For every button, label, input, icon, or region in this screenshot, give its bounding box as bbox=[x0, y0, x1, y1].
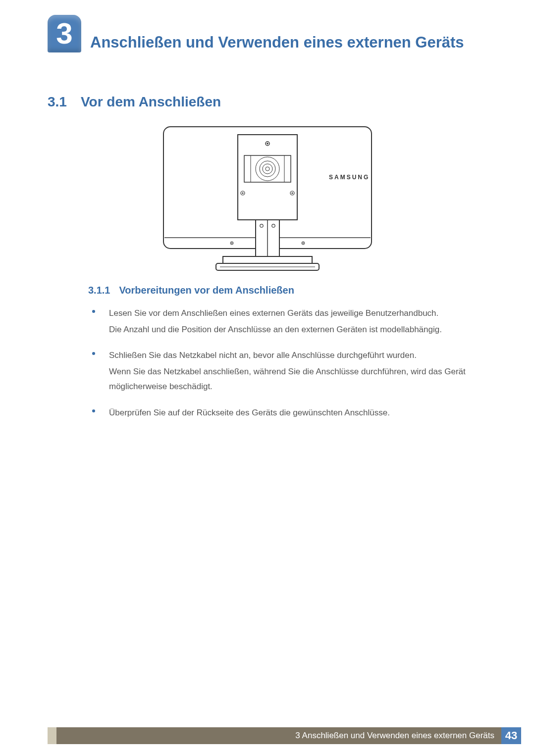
svg-rect-2 bbox=[238, 135, 297, 220]
footer-caption: 3 Anschließen und Verwenden eines extern… bbox=[295, 731, 494, 741]
svg-rect-5 bbox=[244, 155, 291, 182]
section-title: Vor dem Anschließen bbox=[81, 94, 221, 110]
bullet-text: Überprüfen Sie auf der Rückseite des Ger… bbox=[109, 405, 390, 422]
bullet-text: Lesen Sie vor dem Anschließen eines exte… bbox=[109, 306, 442, 338]
bullet-text: Schließen Sie das Netzkabel nicht an, be… bbox=[109, 348, 487, 396]
page-footer: 3 Anschließen und Verwenden eines extern… bbox=[48, 727, 521, 744]
svg-point-15 bbox=[291, 192, 293, 194]
list-item: Überprüfen Sie auf der Rückseite des Ger… bbox=[92, 405, 487, 422]
chapter-header: 3 Anschließen und Verwenden eines extern… bbox=[48, 15, 487, 56]
subsection-head: 3.1.1 Vorbereitungen vor dem Anschließen bbox=[88, 285, 294, 296]
subsection-number: 3.1.1 bbox=[88, 285, 110, 296]
svg-point-10 bbox=[263, 164, 272, 174]
page-number: 43 bbox=[501, 727, 521, 744]
svg-rect-26 bbox=[223, 256, 312, 263]
svg-point-11 bbox=[266, 167, 269, 171]
chapter-badge: 3 bbox=[48, 15, 81, 52]
bullet-icon bbox=[92, 409, 95, 412]
svg-point-9 bbox=[260, 161, 275, 177]
section-number: 3.1 bbox=[48, 94, 67, 110]
list-item: Schließen Sie das Netzkabel nicht an, be… bbox=[92, 348, 487, 396]
chapter-title: Anschließen und Verwenden eines externen… bbox=[90, 33, 464, 52]
bullet-list: Lesen Sie vor dem Anschließen eines exte… bbox=[92, 306, 487, 432]
monitor-diagram: SAMSUNG bbox=[0, 125, 535, 277]
svg-point-4 bbox=[267, 143, 268, 145]
subsection-title: Vorbereitungen vor dem Anschließen bbox=[119, 285, 294, 296]
footer-bar-light bbox=[48, 727, 56, 744]
bullet-icon bbox=[92, 310, 95, 313]
section-head: 3.1 Vor dem Anschließen bbox=[48, 94, 221, 110]
footer-bar-dark: 3 Anschließen und Verwenden eines extern… bbox=[56, 727, 501, 744]
brand-text: SAMSUNG bbox=[329, 174, 370, 181]
svg-point-8 bbox=[256, 157, 279, 181]
svg-point-13 bbox=[242, 192, 243, 194]
chapter-number: 3 bbox=[56, 19, 72, 49]
bullet-icon bbox=[92, 352, 95, 355]
list-item: Lesen Sie vor dem Anschließen eines exte… bbox=[92, 306, 487, 338]
